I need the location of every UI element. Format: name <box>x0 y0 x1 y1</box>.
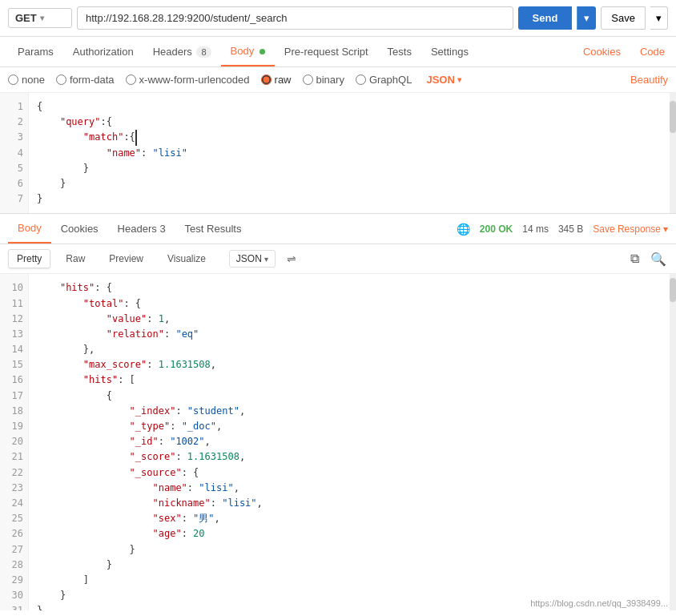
req-line-1: { <box>37 99 668 115</box>
send-dropdown-button[interactable]: ▾ <box>577 6 596 30</box>
tab-headers[interactable]: Headers 8 <box>143 38 221 66</box>
method-label: GET <box>15 12 37 24</box>
body-options: none form-data x-www-form-urlencoded raw… <box>0 67 676 93</box>
tab-tests[interactable]: Tests <box>378 38 421 66</box>
method-arrow: ▾ <box>40 14 44 22</box>
tab-settings[interactable]: Settings <box>421 38 478 66</box>
status-badge: 200 OK <box>480 223 513 235</box>
req-line-6: } <box>37 176 668 191</box>
resp-line-11: "total": { <box>37 296 668 312</box>
response-icons: ⧉ 🔍 <box>629 250 668 268</box>
save-button[interactable]: Save <box>601 6 646 30</box>
send-button[interactable]: Send <box>518 6 573 30</box>
response-headers-badge: 3 <box>159 223 165 235</box>
resp-line-19: "_type": "_doc", <box>37 419 668 434</box>
method-select[interactable]: GET ▾ <box>8 8 72 28</box>
format-visualize[interactable]: Visualize <box>159 249 215 268</box>
headers-badge: 8 <box>196 46 211 58</box>
tab-body[interactable]: Body <box>221 37 275 66</box>
response-time: 14 ms <box>522 223 549 235</box>
response-meta: 🌐 200 OK 14 ms 345 B Save Response ▾ <box>457 223 668 236</box>
resp-line-15: "max_score": 1.1631508, <box>37 357 668 372</box>
tab-authorization[interactable]: Authorization <box>63 38 143 66</box>
request-line-numbers: 1 2 3 4 5 6 7 <box>0 93 29 213</box>
save-response-button[interactable]: Save Response ▾ <box>593 223 668 235</box>
format-preview[interactable]: Preview <box>100 249 152 268</box>
response-bar: Body Cookies Headers 3 Test Results 🌐 20… <box>0 214 676 244</box>
resp-line-26: "age": 20 <box>37 526 668 542</box>
copy-icon[interactable]: ⧉ <box>629 250 641 268</box>
resp-line-16: "hits": [ <box>37 372 668 388</box>
resp-line-12: "value": 1, <box>37 312 668 327</box>
option-form-data[interactable]: form-data <box>56 74 115 86</box>
response-format-select[interactable]: JSON ▾ <box>229 250 276 268</box>
cookies-link[interactable]: Cookies <box>580 38 624 66</box>
resp-line-18: "_index": "student", <box>37 404 668 419</box>
beautify-button[interactable]: Beautify <box>630 74 668 86</box>
response-tab-cookies[interactable]: Cookies <box>51 215 108 243</box>
req-line-4: "name": "lisi" <box>37 146 668 161</box>
option-none[interactable]: none <box>8 74 45 86</box>
resp-line-23: "name": "lisi", <box>37 481 668 496</box>
nav-right: Cookies Code <box>580 38 668 66</box>
watermark: https://blog.csdn.net/qq_3938499... <box>530 598 668 608</box>
response-scrollbar[interactable] <box>670 274 676 610</box>
top-bar: GET ▾ Send ▾ Save ▾ <box>0 0 676 37</box>
response-tab-body[interactable]: Body <box>8 214 51 244</box>
req-line-2: "query":{ <box>37 115 668 130</box>
request-code-content[interactable]: { "query":{ "match":{ "name": "lisi" } }… <box>29 93 676 213</box>
globe-icon: 🌐 <box>457 223 470 236</box>
format-raw[interactable]: Raw <box>57 249 94 268</box>
response-line-numbers: 10 11 12 13 14 15 16 17 18 19 20 21 22 2… <box>0 274 29 610</box>
url-input[interactable] <box>77 6 513 30</box>
resp-line-24: "nickname": "lisi", <box>37 496 668 511</box>
tab-prerequest[interactable]: Pre-request Script <box>275 38 378 66</box>
resp-line-20: "_id": "1002", <box>37 434 668 449</box>
resp-line-29: ] <box>37 573 668 588</box>
format-bar: Pretty Raw Preview Visualize JSON ▾ ⇌ ⧉ … <box>0 244 676 274</box>
filter-icon[interactable]: ⇌ <box>287 252 296 265</box>
req-line-3: "match":{ <box>37 130 668 145</box>
json-format-select[interactable]: JSON ▾ <box>426 74 461 86</box>
body-active-dot <box>260 49 265 54</box>
option-raw[interactable]: raw <box>261 74 292 86</box>
response-tab-test-results[interactable]: Test Results <box>175 215 251 243</box>
save-dropdown-button[interactable]: ▾ <box>650 6 668 30</box>
resp-line-21: "_score": 1.1631508, <box>37 449 668 465</box>
req-line-5: } <box>37 161 668 176</box>
format-pretty[interactable]: Pretty <box>8 249 50 268</box>
response-code-content: "hits": { "total": { "value": 1, "relati… <box>29 274 676 610</box>
resp-line-25: "sex": "男", <box>37 511 668 526</box>
tab-params[interactable]: Params <box>8 38 63 66</box>
resp-line-14: }, <box>37 342 668 357</box>
req-line-7: } <box>37 191 668 207</box>
request-editor: 1 2 3 4 5 6 7 { "query":{ "match":{ "nam… <box>0 93 676 214</box>
search-icon[interactable]: 🔍 <box>649 250 668 268</box>
resp-line-22: "_source": { <box>37 465 668 481</box>
resp-line-10: "hits": { <box>37 280 668 296</box>
option-graphql[interactable]: GraphQL <box>356 74 412 86</box>
response-tab-headers[interactable]: Headers 3 <box>108 215 175 243</box>
request-scrollbar[interactable] <box>670 93 676 213</box>
option-binary[interactable]: binary <box>303 74 344 86</box>
response-editor: 10 11 12 13 14 15 16 17 18 19 20 21 22 2… <box>0 274 676 610</box>
option-urlencoded[interactable]: x-www-form-urlencoded <box>126 74 250 86</box>
resp-line-13: "relation": "eq" <box>37 327 668 342</box>
response-size: 345 B <box>558 223 583 235</box>
nav-tabs: Params Authorization Headers 8 Body Pre-… <box>0 37 676 67</box>
resp-line-28: } <box>37 558 668 573</box>
resp-line-17: { <box>37 389 668 404</box>
code-link[interactable]: Code <box>637 38 668 66</box>
resp-line-27: } <box>37 542 668 558</box>
